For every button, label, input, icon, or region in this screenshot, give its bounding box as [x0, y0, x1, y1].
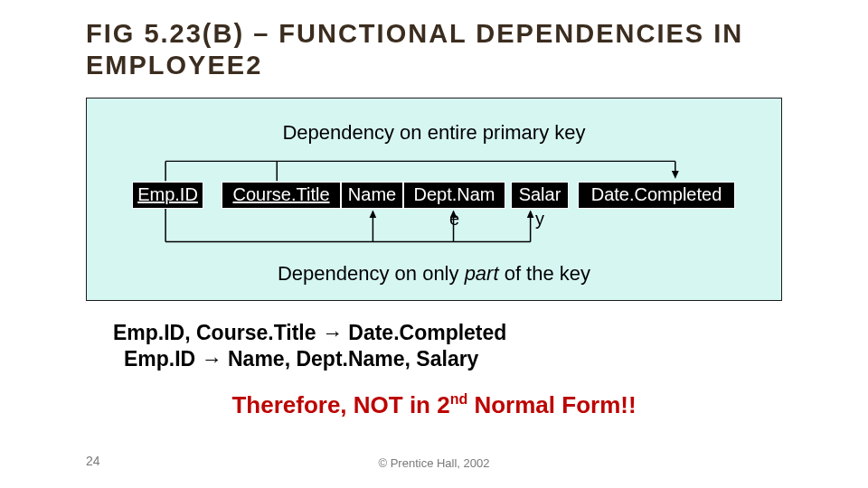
col-deptname: Dept.Nam e [403, 182, 505, 209]
bottom-dependency-label: Dependency on only part of the key [87, 262, 781, 286]
slide-title: FIG 5.23(B) – FUNCTIONAL DEPENDENCIES IN… [86, 18, 782, 81]
fd-line-1: Emp.ID, Course.Title → Date.Completed [113, 321, 782, 345]
col-datecompleted: Date.Completed [578, 182, 735, 209]
col-salary: Salar y [511, 182, 569, 209]
fd-line-2: Emp.ID → Name, Dept.Name, Salary [124, 347, 782, 371]
col-deptname-overflow: e [404, 209, 505, 230]
col-salary-overflow: y [512, 209, 568, 230]
col-name: Name [341, 182, 403, 209]
conclusion-text: Therefore, NOT in 2nd Normal Form!! [86, 391, 782, 419]
diagram-box: Dependency on entire primary key Emp.ID … [86, 98, 782, 301]
col-empid: Emp.ID [132, 182, 203, 209]
dependency-statements: Emp.ID, Course.Title → Date.Completed Em… [113, 321, 782, 371]
col-coursetitle: Course.Title [222, 182, 341, 209]
schema-row: Emp.ID Course.Title Name Dept.Nam e Sala… [132, 182, 757, 209]
top-dependency-label: Dependency on entire primary key [87, 121, 781, 145]
copyright-text: © Prentice Hall, 2002 [0, 456, 868, 470]
